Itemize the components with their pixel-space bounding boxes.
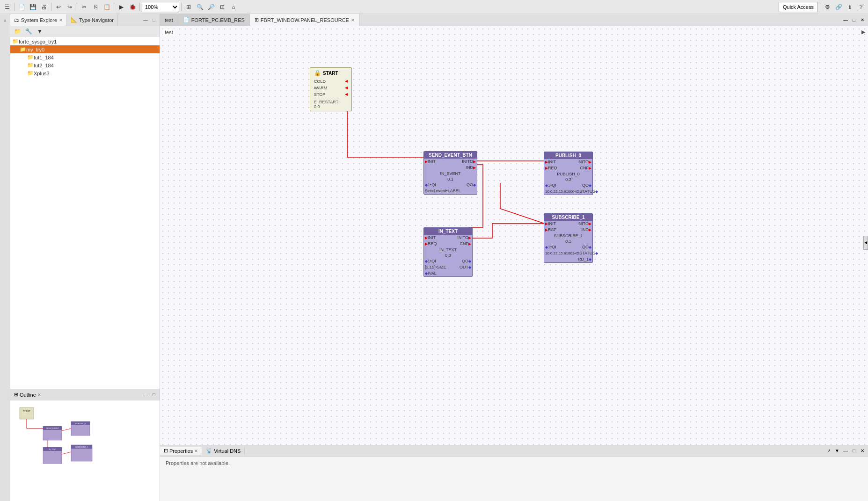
tree-item-my_try0[interactable]: 📁 my_try0	[10, 45, 160, 53]
toolbar-sep-4	[114, 3, 114, 11]
in-text-inito-out: INITO▶	[457, 235, 471, 241]
editor-minimize-btn[interactable]: —	[842, 16, 849, 24]
bottom-dropdown-btn[interactable]: ▼	[833, 447, 841, 455]
type-navigator-label: Type Navigator	[79, 17, 114, 23]
lock-icon: 🔒	[314, 70, 321, 76]
tab-forte-pc-emb[interactable]: 📄 FORTE_PC.EMB_RES	[178, 14, 250, 26]
toolbar-redo-btn[interactable]: ↪	[65, 2, 75, 12]
tab-type-navigator[interactable]: 📐 Type Navigator	[67, 14, 118, 26]
subscribe-1-row-rd1: RD_1◆	[544, 256, 592, 262]
explorer-toolbar-btn-1[interactable]: 📁	[12, 26, 22, 36]
toolbar-new-btn[interactable]: 📄	[16, 2, 27, 12]
toolbar-zoom-out-btn[interactable]: 🔎	[206, 2, 216, 12]
explorer-toolbar: 📁 🔧 ▼	[10, 26, 160, 36]
tab-properties[interactable]: ⊡ Properties ✕	[160, 447, 202, 455]
fbrt-window-close[interactable]: ✕	[351, 18, 355, 22]
toolbar-fit-btn[interactable]: ⊡	[217, 2, 227, 12]
bottom-minimize-btn[interactable]: —	[842, 447, 849, 455]
toolbar-paste-btn[interactable]: 📋	[102, 2, 112, 12]
toolbar-link-btn[interactable]: 🔗	[833, 2, 844, 12]
toolbar-home-btn[interactable]: ⌂	[228, 2, 239, 12]
outline-maximize-btn[interactable]: □	[150, 391, 158, 399]
outline-close[interactable]: ✕	[37, 392, 41, 397]
editor-canvas[interactable]: test ▶ ◀ 🔒 ST	[160, 26, 868, 445]
outline-minimize-btn[interactable]: —	[142, 391, 149, 399]
subscribe-1-rd1-out: RD_1◆	[578, 256, 591, 262]
in-text-block[interactable]: IN_TEXT ▶INIT INITO▶ ▶REQ CNF▶ IN_TEXT 0…	[423, 227, 473, 277]
toolbar-zoom-in-btn[interactable]: 🔍	[195, 2, 205, 12]
toolbar-sep-3	[77, 3, 77, 11]
tree-item-tut2_184[interactable]: 📁 tut2_184	[10, 61, 160, 69]
tree-item-xplus3[interactable]: 📁 Xplus3	[10, 69, 160, 77]
toolbar-menu-btn[interactable]: ☰	[2, 2, 12, 12]
warm-dot: ◀	[345, 85, 348, 91]
send-event-subname: IN_EVENT	[424, 171, 477, 176]
toolbar-save-btn[interactable]: 💾	[28, 2, 38, 12]
in-text-ival-in: ◆IVAL	[425, 270, 437, 276]
subscribe-1-header: SUBSCRIBE_1	[544, 214, 592, 221]
svg-rect-0	[20, 407, 34, 419]
toolbar-settings-btn[interactable]: ⚙	[822, 2, 832, 12]
in-text-row-init: ▶INIT INITO▶	[424, 235, 472, 241]
tree-item-forte_sysgo_try1[interactable]: 📁 forte_sysgo_try1	[10, 37, 160, 45]
fbrt-window-label: FBRT_WINDOW.PANEL_RESOURCE	[261, 17, 349, 23]
toolbar-run-btn[interactable]: ▶	[116, 2, 126, 12]
toolbar-print-btn[interactable]: 🖨	[39, 2, 49, 12]
in-text-out-out: OUT◆	[460, 264, 471, 270]
system-explore-close[interactable]: ✕	[59, 18, 63, 22]
start-block-header: 🔒 START	[314, 70, 348, 76]
canvas-left-collapse[interactable]: ◀	[863, 236, 868, 250]
toolbar-copy-btn[interactable]: ⎘	[90, 2, 101, 12]
properties-content: Properties are not available.	[160, 457, 868, 470]
subscribe-1-row-init: ▶INIT INITO▶	[544, 221, 592, 227]
outline-tab-bar: ⊞ Outline ✕ — □	[10, 389, 160, 400]
tree-label-forte_sysgo_try1: forte_sysgo_try1	[19, 39, 57, 44]
properties-icon: ⊡	[164, 448, 168, 454]
properties-message: Properties are not available.	[166, 460, 230, 466]
toolbar-cut-btn[interactable]: ✂	[79, 2, 89, 12]
explorer-maximize-btn[interactable]: □	[150, 16, 158, 24]
tab-outline[interactable]: ⊞ Outline ✕	[10, 391, 45, 399]
subscribe-1-subname: SUBSCRIBE_1	[544, 233, 592, 239]
send-event-init-in: ▶INIT	[425, 159, 436, 165]
publish-0-row-req: ▶REQ CNF▶	[544, 165, 592, 171]
toolbar-grid-btn[interactable]: ⊞	[183, 2, 194, 12]
toolbar-undo-btn[interactable]: ↩	[53, 2, 64, 12]
send-event-body: ▶INIT INITO▶ IND▶ IN_EVENT 0.1 ◆1•QI QO◆	[424, 159, 477, 194]
bottom-external-link-btn[interactable]: ↗	[825, 447, 832, 455]
editor-restore-btn[interactable]: □	[850, 16, 858, 24]
canvas-collapse-arrow[interactable]: ▶	[861, 29, 865, 35]
explorer-toolbar-btn-3[interactable]: ▼	[35, 26, 45, 36]
bottom-maximize-btn[interactable]: □	[850, 447, 858, 455]
start-block[interactable]: 🔒 START COLD◀ WARM◀ STOP◀ E_RESTART	[310, 67, 352, 111]
publish-0-block[interactable]: PUBLISH_0 ▶INIT INITO▶ ▶REQ CNF▶ PUBLISH…	[544, 152, 593, 195]
folder-icon-my_try0: 📁	[20, 46, 26, 52]
send-event-row-label: Send event•LABEL	[424, 188, 477, 194]
toolbar-debug-btn[interactable]: 🐞	[127, 2, 138, 12]
editor-close-btn[interactable]: ✕	[859, 16, 866, 24]
fbrt-window-icon: ⊞	[255, 17, 259, 23]
tab-virtual-dns[interactable]: 📡 Virtual DNS	[202, 447, 245, 455]
explorer-toolbar-btn-2[interactable]: 🔧	[23, 26, 34, 36]
send-event-btn-block[interactable]: SEND_EVENT_BTN ▶INIT INITO▶ IND▶ IN_EVEN…	[423, 151, 477, 195]
toolbar-info-btn[interactable]: ℹ	[845, 2, 855, 12]
bottom-close-btn[interactable]: ✕	[859, 447, 866, 455]
left-bar-btn-1[interactable]: ≡	[1, 16, 9, 25]
tab-system-explore[interactable]: 🗂 System Explore ✕	[10, 14, 67, 26]
subscribe-1-ind-out: IND▶	[582, 227, 592, 233]
left-sidebar: 🗂 System Explore ✕ 📐 Type Navigator — □ …	[10, 14, 160, 501]
subscribe-1-qo-out: QO◆	[582, 244, 591, 250]
subscribe-1-block[interactable]: SUBSCRIBE_1 ▶INIT INITO▶ ▶RSP IND▶ SUBSC…	[544, 213, 593, 263]
zoom-select[interactable]: 100% 75% 150%	[142, 2, 179, 12]
toolbar-help-btn[interactable]: ?	[856, 2, 866, 12]
e-restart-value: 0.0	[314, 104, 348, 109]
svg-text:IN_TEXT: IN_TEXT	[49, 448, 57, 450]
properties-close[interactable]: ✕	[194, 449, 198, 453]
explorer-minimize-btn[interactable]: —	[142, 16, 149, 24]
tree-item-tut1_184[interactable]: 📁 tut1_184	[10, 53, 160, 61]
minimap-svg: START SEND_EVENT PUBLISH_0	[15, 405, 109, 480]
quick-access-button[interactable]: Quick Access	[779, 2, 818, 12]
cold-label: COLD	[314, 78, 326, 85]
tab-fbrt-window[interactable]: ⊞ FBRT_WINDOW.PANEL_RESOURCE ✕	[250, 14, 360, 26]
tab-test[interactable]: test	[160, 14, 178, 26]
